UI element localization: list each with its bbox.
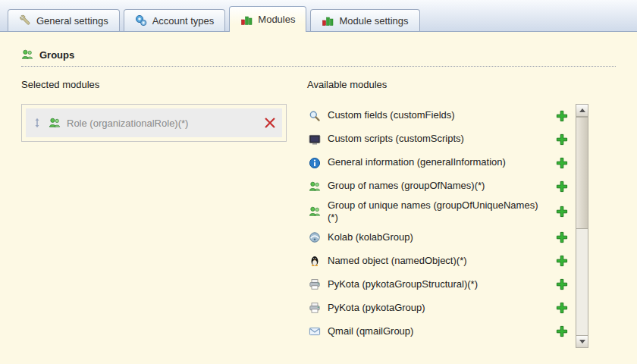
magnifier-icon	[309, 110, 321, 122]
group-icon	[309, 206, 321, 218]
tab-bar: General settings Account types Modules M…	[0, 0, 637, 32]
group-icon	[49, 117, 61, 129]
available-module-label: General information (generalInformation)	[328, 156, 506, 168]
list-item: Qmail (qmailGroup)	[307, 320, 576, 344]
add-plus-icon[interactable]	[556, 133, 568, 146]
scroll-up-button[interactable]	[576, 105, 588, 117]
available-modules-title: Available modules	[307, 79, 589, 90]
section-header-groups: Groups	[21, 49, 616, 67]
selected-module-row: Role (organizationalRole)(*)	[26, 108, 282, 137]
drag-handle-icon[interactable]	[32, 118, 42, 128]
account-types-icon	[135, 14, 147, 27]
add-plus-icon[interactable]	[556, 231, 568, 243]
add-plus-icon[interactable]	[556, 255, 568, 267]
selected-modules-column: Selected modules Role (organizationalRol…	[21, 79, 287, 348]
available-module-label: Custom scripts (customScripts)	[328, 133, 464, 145]
tab-label: General settings	[36, 15, 108, 27]
add-plus-icon[interactable]	[556, 157, 568, 169]
chevron-up-icon	[579, 108, 585, 112]
section-title: Groups	[39, 49, 74, 61]
group-icon	[21, 49, 33, 61]
scroll-down-button[interactable]	[576, 335, 588, 347]
add-plus-icon[interactable]	[556, 206, 568, 218]
tab-modules[interactable]: Modules	[229, 6, 306, 32]
available-module-label: PyKota (pykotaGroup)	[328, 302, 425, 314]
tab-label: Account types	[152, 15, 215, 27]
available-module-label: Qmail (qmailGroup)	[328, 325, 413, 337]
add-plus-icon[interactable]	[556, 302, 568, 314]
vertical-scrollbar[interactable]	[576, 104, 588, 348]
wrench-icon	[19, 14, 31, 27]
info-icon	[309, 157, 321, 169]
tab-label: Module settings	[339, 15, 408, 27]
available-module-label: Group of unique names (groupOfUniqueName…	[328, 199, 540, 224]
available-module-label: PyKota (pykotaGroupStructural)(*)	[328, 278, 478, 290]
tab-module-settings[interactable]: Module settings	[310, 9, 419, 31]
tab-account-types[interactable]: Account types	[124, 9, 226, 31]
selected-modules-title: Selected modules	[21, 79, 287, 90]
list-item: Custom fields (customFields)	[307, 104, 576, 127]
selected-module-label: Role (organizationalRole)(*)	[67, 118, 258, 129]
list-item: Group of names (groupOfNames)(*)	[307, 174, 576, 198]
mail-icon	[309, 325, 321, 337]
add-plus-icon[interactable]	[556, 110, 568, 122]
tab-label: Modules	[258, 14, 295, 25]
available-module-label: Named object (namedObject)(*)	[328, 255, 467, 267]
available-module-label: Custom fields (customFields)	[328, 109, 455, 121]
tux-icon	[309, 255, 321, 267]
list-item: Kolab (kolabGroup)	[307, 226, 576, 249]
list-item: General information (generalInformation)	[307, 151, 576, 174]
tab-general-settings[interactable]: General settings	[8, 9, 120, 31]
printer-icon	[309, 302, 321, 314]
modules-panel: Groups Selected modules Role (organizati…	[0, 32, 637, 348]
modules-icon	[240, 14, 253, 26]
list-item: PyKota (pykotaGroup)	[307, 297, 576, 320]
group-icon	[309, 180, 321, 193]
module-settings-icon	[322, 14, 334, 27]
available-module-label: Group of names (groupOfNames)(*)	[328, 180, 485, 192]
list-item: Named object (namedObject)(*)	[307, 249, 576, 273]
kolab-icon	[309, 231, 321, 243]
delete-x-icon[interactable]	[264, 117, 276, 129]
selected-modules-box: Role (organizationalRole)(*)	[21, 104, 287, 142]
available-modules-list: Custom fields (customFields) Custom scri…	[307, 104, 576, 348]
add-plus-icon[interactable]	[556, 278, 568, 290]
chevron-down-icon	[579, 340, 585, 344]
list-item: Group of unique names (groupOfUniqueName…	[307, 198, 576, 226]
available-modules-column: Available modules Custom fields (customF…	[307, 79, 589, 348]
scrollbar-thumb[interactable]	[576, 117, 588, 229]
available-module-label: Kolab (kolabGroup)	[328, 231, 413, 243]
add-plus-icon[interactable]	[556, 180, 568, 193]
list-item: PyKota (pykotaGroupStructural)(*)	[307, 273, 576, 297]
add-plus-icon[interactable]	[556, 325, 568, 337]
printer-icon	[309, 278, 321, 290]
list-item: Custom scripts (customScripts)	[307, 127, 576, 151]
terminal-icon	[309, 133, 321, 146]
